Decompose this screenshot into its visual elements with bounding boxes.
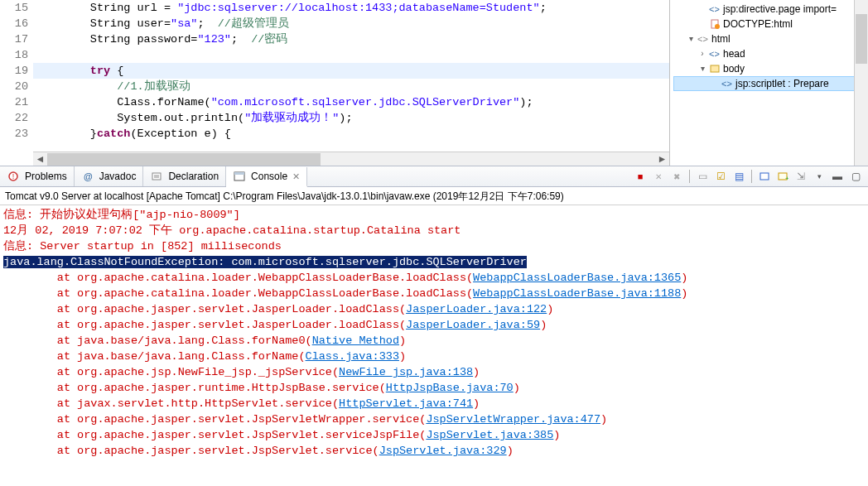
code-token: String url = xyxy=(36,2,177,14)
console-select-icon xyxy=(759,171,770,182)
scroll-track[interactable] xyxy=(47,153,655,166)
line-number: 15 xyxy=(0,0,28,16)
stop-icon: ■ xyxy=(638,171,644,181)
console-line[interactable]: at org.apache.jasper.servlet.JasperLoade… xyxy=(3,317,865,333)
outline-item[interactable]: <>jsp:scriptlet : Prepare xyxy=(673,76,866,91)
code-token: ; xyxy=(231,33,251,46)
tab-javadoc[interactable]: @ Javadoc xyxy=(75,166,144,186)
stacktrace-link[interactable]: JasperLoader.java:122 xyxy=(406,303,547,315)
console-line[interactable]: 12月 02, 2019 7:07:02 下午 org.apache.catal… xyxy=(3,223,865,238)
code-line[interactable]: try { xyxy=(33,63,669,79)
scroll-right-arrow-icon[interactable]: ► xyxy=(655,153,669,166)
tab-close-icon[interactable]: ✕ xyxy=(292,171,300,182)
console-line[interactable]: java.lang.ClassNotFoundException: com.mi… xyxy=(3,254,865,270)
scroll-lock-button[interactable]: ☑ xyxy=(713,169,728,184)
outline-item[interactable]: ▾body xyxy=(673,61,866,76)
tab-declaration[interactable]: Declaration xyxy=(143,166,226,186)
console-process-label: Tomcat v9.0 Server at localhost [Apache … xyxy=(5,190,564,202)
stacktrace-link[interactable]: WebappClassLoaderBase.java:1188 xyxy=(473,287,681,300)
code-line[interactable]: String password="123"; //密码 xyxy=(33,31,669,47)
console-line[interactable]: at org.apache.jasper.servlet.JasperLoade… xyxy=(3,301,865,317)
svg-rect-15 xyxy=(760,173,769,180)
console-line[interactable]: at java.base/java.lang.Class.forName0(Na… xyxy=(3,333,865,349)
outline-item[interactable]: DOCTYPE:html xyxy=(673,17,866,31)
code-line[interactable]: }catch(Exception e) { xyxy=(33,126,669,142)
console-line[interactable]: at org.apache.jasper.servlet.JspServlet.… xyxy=(3,443,865,459)
line-number: 16 xyxy=(0,16,28,31)
svg-text:<>: <> xyxy=(697,34,708,44)
stacktrace-link[interactable]: JasperLoader.java:59 xyxy=(406,319,540,331)
expand-toggle-icon[interactable]: › xyxy=(697,46,708,61)
tab-console[interactable]: Console ✕ xyxy=(226,167,307,187)
outline-item[interactable]: ▾<>html xyxy=(673,31,866,46)
maximize-icon: ▢ xyxy=(851,171,861,182)
code-line[interactable]: Class.forName("com.microsoft.sqlserver.j… xyxy=(33,94,669,110)
remove-all-button[interactable]: ✖ xyxy=(669,169,684,184)
line-number: 22 xyxy=(0,110,28,126)
svg-point-2 xyxy=(715,24,720,29)
console-line[interactable]: at java.base/java.lang.Class.forName(Cla… xyxy=(3,349,865,364)
minimize-view-button[interactable]: ▬ xyxy=(830,169,845,184)
outline-item[interactable]: <>jsp:directive.page import= xyxy=(673,2,866,17)
code-line[interactable]: String url = "jdbc:sqlserver://localhost… xyxy=(33,0,669,16)
console-line[interactable]: at org.apache.jasper.servlet.JspServletW… xyxy=(3,411,865,427)
expand-toggle-icon[interactable]: ▾ xyxy=(697,61,708,76)
maximize-view-button[interactable]: ▢ xyxy=(848,169,863,184)
code-line[interactable] xyxy=(33,47,669,63)
code-line[interactable]: String user="sa"; //超级管理员 xyxy=(33,16,669,31)
terminate-button[interactable]: ■ xyxy=(633,169,648,184)
view-menu-button[interactable]: ▾ xyxy=(812,169,827,184)
tab-problems[interactable]: ! Problems xyxy=(0,166,75,186)
code-area[interactable]: String url = "jdbc:sqlserver://localhost… xyxy=(33,0,669,166)
stacktrace-link[interactable]: JspServlet.java:329 xyxy=(379,445,507,457)
code-line[interactable]: //1.加载驱动 xyxy=(33,79,669,94)
console-line[interactable]: 信息: Server startup in [852] milliseconds xyxy=(3,238,865,254)
console-text: ) xyxy=(399,350,406,363)
console-text: ) xyxy=(473,397,480,410)
code-token xyxy=(36,49,90,61)
remove-launch-button[interactable]: ✕ xyxy=(651,169,666,184)
problems-icon: ! xyxy=(7,170,20,183)
code-token: "com.microsoft.sqlserver.jdbc.SQLServerD… xyxy=(211,96,520,108)
stacktrace-link[interactable]: Native Method xyxy=(312,334,399,347)
clear-console-button[interactable]: ▭ xyxy=(695,169,710,184)
editor-horizontal-scrollbar[interactable]: ◄ ► xyxy=(33,152,669,166)
outline-item-label: DOCTYPE:html xyxy=(723,17,793,31)
console-line[interactable]: at org.apache.catalina.loader.WebappClas… xyxy=(3,270,865,286)
expand-toggle-icon[interactable]: ▾ xyxy=(685,31,697,46)
code-token: ; xyxy=(540,2,547,14)
tag-blue-icon: <> xyxy=(721,77,734,90)
console-output[interactable]: 信息: 开始协议处理句柄["ajp-nio-8009"]12月 02, 2019… xyxy=(0,205,868,486)
scroll-thumb[interactable] xyxy=(47,153,321,166)
line-number: 18 xyxy=(0,47,28,63)
console-text: at org.apache.catalina.loader.WebappClas… xyxy=(3,272,473,284)
stacktrace-link[interactable]: JspServlet.java:385 xyxy=(426,429,553,441)
stacktrace-link[interactable]: WebappClassLoaderBase.java:1365 xyxy=(473,272,681,284)
scroll-left-arrow-icon[interactable]: ◄ xyxy=(33,153,47,166)
console-text: at org.apache.jasper.runtime.HttpJspBase… xyxy=(3,382,386,394)
display-selected-button[interactable] xyxy=(757,169,772,184)
stacktrace-link[interactable]: HttpJspBase.java:70 xyxy=(386,382,514,394)
console-text: at org.apache.jasper.servlet.JasperLoade… xyxy=(3,319,406,331)
code-line[interactable]: System.out.println("加载驱动成功！"); xyxy=(33,110,669,126)
outline-item[interactable]: ›<>head xyxy=(673,46,866,61)
svg-text:+: + xyxy=(785,175,788,182)
stacktrace-link[interactable]: JspServletWrapper.java:477 xyxy=(426,413,600,426)
console-text: 信息: Server startup in [852] milliseconds xyxy=(3,240,282,253)
outline-scroll-thumb[interactable] xyxy=(856,14,867,64)
pin-console-button[interactable]: ⇲ xyxy=(793,169,808,184)
console-line[interactable]: 信息: 开始协议处理句柄["ajp-nio-8009"] xyxy=(3,207,865,223)
console-line[interactable]: at javax.servlet.http.HttpServlet.servic… xyxy=(3,396,865,411)
console-line[interactable]: at org.apache.jasper.servlet.JspServlet.… xyxy=(3,427,865,443)
outline-vertical-scrollbar[interactable] xyxy=(854,0,868,166)
stacktrace-link[interactable]: Class.java:333 xyxy=(306,350,399,363)
console-line[interactable]: at org.apache.catalina.loader.WebappClas… xyxy=(3,286,865,301)
open-console-button[interactable]: + xyxy=(775,169,790,184)
word-wrap-button[interactable]: ▤ xyxy=(731,169,746,184)
console-line[interactable]: at org.apache.jsp.NewFile_jsp._jspServic… xyxy=(3,364,865,380)
console-line[interactable]: at org.apache.jasper.runtime.HttpJspBase… xyxy=(3,380,865,396)
console-text: 12月 02, 2019 7:07:02 下午 org.apache.catal… xyxy=(3,224,461,237)
stacktrace-link[interactable]: NewFile_jsp.java:138 xyxy=(339,366,473,378)
svg-text:!: ! xyxy=(12,172,15,180)
stacktrace-link[interactable]: HttpServlet.java:741 xyxy=(339,397,473,410)
